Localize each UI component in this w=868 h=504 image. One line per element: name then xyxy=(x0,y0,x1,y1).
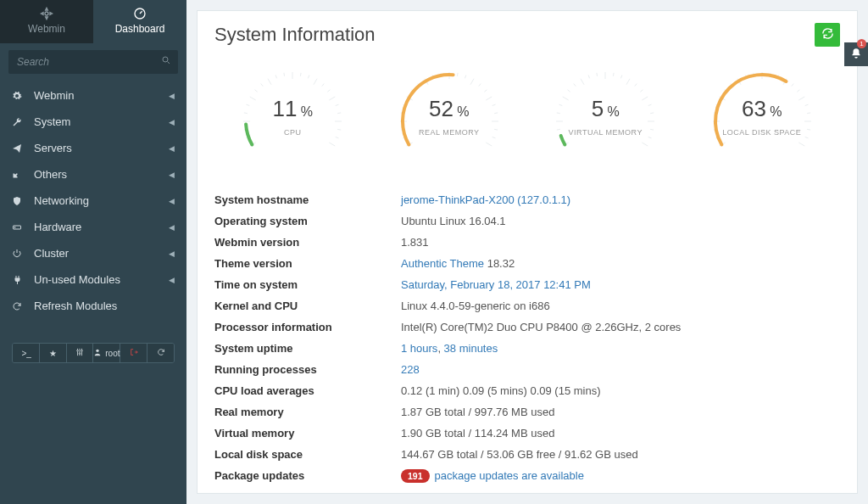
gauge-value: 11 % xyxy=(216,96,369,122)
packages-link[interactable]: package updates are available xyxy=(435,469,584,482)
settings-button[interactable] xyxy=(67,344,94,362)
terminal-icon: >_ xyxy=(21,349,30,358)
chevron-left-icon: ◀ xyxy=(169,92,175,100)
sidebar-item-label: Refresh Modules xyxy=(34,300,117,312)
chevron-left-icon: ◀ xyxy=(169,249,175,258)
processor-label: Processor information xyxy=(214,321,401,333)
content-panel: System Information 11 % CPU 52 % REAL ME… xyxy=(197,10,858,494)
svg-line-20 xyxy=(284,73,285,76)
svg-line-47 xyxy=(457,73,458,76)
chevron-left-icon: ◀ xyxy=(169,144,175,153)
sidebar-item-webmin[interactable]: Webmin◀ xyxy=(0,82,186,109)
svg-line-69 xyxy=(588,75,589,78)
tab-dashboard-label: Dashboard xyxy=(93,23,186,35)
gauge-label: CPU xyxy=(216,128,369,137)
svg-line-76 xyxy=(641,90,643,92)
svg-point-2 xyxy=(163,57,168,62)
processor-value: Intel(R) Core(TM)2 Duo CPU P8400 @ 2.26G… xyxy=(401,321,840,333)
gauges-row: 11 % CPU 52 % REAL MEMORY 5 % VIRTUAL ME… xyxy=(214,62,840,164)
sidebar-item-unused[interactable]: Un-used Modules◀ xyxy=(0,266,186,293)
user-button[interactable]: root xyxy=(93,344,120,362)
gauge-real-memory: 52 % REAL MEMORY xyxy=(373,62,526,164)
header-row: System Information xyxy=(214,23,840,47)
svg-line-100 xyxy=(791,84,793,87)
nav-list: Webmin◀System◀Servers◀Others◀Networking◀… xyxy=(0,82,186,319)
hostname-link[interactable]: jerome-ThinkPad-X200 (127.0.1.1) xyxy=(401,193,570,206)
sidebar-item-servers[interactable]: Servers◀ xyxy=(0,135,186,161)
hostname-label: System hostname xyxy=(214,193,401,206)
disk-label: Local disk space xyxy=(214,448,401,461)
sidebar-item-label: Networking xyxy=(34,194,89,207)
sidebar-item-cluster[interactable]: Cluster◀ xyxy=(0,240,186,266)
svg-point-8 xyxy=(97,350,99,352)
svg-point-4 xyxy=(14,227,15,227)
realmem-value: 1.87 GB total / 997.76 MB used xyxy=(401,406,840,418)
sidebar-item-label: Cluster xyxy=(34,247,69,260)
svg-line-58 xyxy=(486,143,492,146)
uptime-sep: , xyxy=(437,342,443,355)
sidebar-item-label: Others xyxy=(34,168,67,181)
terminal-button[interactable]: >_ xyxy=(13,344,40,362)
uptime-minutes-link[interactable]: 38 minutes xyxy=(444,342,498,355)
svg-line-75 xyxy=(635,84,637,87)
svg-line-17 xyxy=(261,84,264,87)
kernel-label: Kernel and CPU xyxy=(214,300,401,312)
svg-line-107 xyxy=(804,137,808,137)
svg-line-82 xyxy=(648,137,652,137)
sliders-icon xyxy=(75,348,84,358)
svg-line-24 xyxy=(314,79,317,85)
info-table: System hostnamejerome-ThinkPad-X200 (127… xyxy=(214,189,840,486)
sidebar-item-label: Webmin xyxy=(34,89,74,102)
svg-line-66 xyxy=(568,90,570,92)
sidebar-item-refresh[interactable]: Refresh Modules xyxy=(0,293,186,319)
os-value: Ubuntu Linux 16.04.1 xyxy=(401,215,840,227)
sidebar-item-others[interactable]: Others◀ xyxy=(0,161,186,188)
svg-point-6 xyxy=(79,353,81,355)
time-link[interactable]: Saturday, February 18, 2017 12:41 PM xyxy=(401,278,591,291)
sidebar-item-label: System xyxy=(34,115,70,128)
svg-line-18 xyxy=(268,79,271,85)
main-column: System Information 11 % CPU 52 % REAL ME… xyxy=(186,0,868,504)
notifications-count-badge: 1 xyxy=(857,39,866,48)
search-icon[interactable] xyxy=(161,55,171,68)
gauge-label: REAL MEMORY xyxy=(373,128,526,137)
virtmem-label: Virtual memory xyxy=(214,427,401,440)
svg-line-19 xyxy=(275,75,276,78)
paperplane-icon xyxy=(12,143,27,154)
favorites-button[interactable]: ★ xyxy=(40,344,67,362)
chevron-left-icon: ◀ xyxy=(169,197,175,205)
svg-point-5 xyxy=(77,350,79,352)
gauge-label: VIRTUAL MEMORY xyxy=(529,128,682,137)
os-label: Operating system xyxy=(214,215,401,227)
sidebar-item-hardware[interactable]: Hardware◀ xyxy=(0,214,186,240)
notifications-bell[interactable]: 1 xyxy=(844,42,868,66)
svg-point-0 xyxy=(45,12,48,15)
svg-line-49 xyxy=(470,79,474,85)
sidebar-item-networking[interactable]: Networking◀ xyxy=(0,188,186,214)
gauge-value: 52 % xyxy=(373,96,526,122)
star-icon: ★ xyxy=(48,349,57,358)
puzzle-icon xyxy=(12,170,27,180)
uptime-label: System uptime xyxy=(214,342,401,355)
disk-value: 144.67 GB total / 53.06 GB free / 91.62 … xyxy=(401,448,840,461)
chevron-left-icon: ◀ xyxy=(169,223,175,232)
sidebar-item-system[interactable]: System◀ xyxy=(0,109,186,135)
search-input[interactable] xyxy=(8,50,178,74)
gauge-virtual-memory: 5 % VIRTUAL MEMORY xyxy=(529,62,682,164)
tab-dashboard[interactable]: Dashboard xyxy=(93,0,186,43)
processes-link[interactable]: 228 xyxy=(401,363,420,376)
bottom-refresh-button[interactable] xyxy=(147,344,174,362)
refresh-button[interactable] xyxy=(815,23,840,47)
uptime-hours-link[interactable]: 1 hours xyxy=(401,342,437,355)
search-wrap xyxy=(0,43,186,82)
svg-line-57 xyxy=(492,137,495,137)
gauge-icon xyxy=(93,7,186,20)
chevron-left-icon: ◀ xyxy=(169,171,175,179)
tab-webmin[interactable]: Webmin xyxy=(0,0,93,43)
wrench-icon xyxy=(12,117,27,127)
svg-line-16 xyxy=(255,90,258,92)
theme-link[interactable]: Authentic Theme xyxy=(401,257,484,270)
uptime-value: 1 hours, 38 minutes xyxy=(401,342,840,355)
packages-label: Package updates xyxy=(214,469,401,482)
logout-button[interactable] xyxy=(120,344,147,362)
